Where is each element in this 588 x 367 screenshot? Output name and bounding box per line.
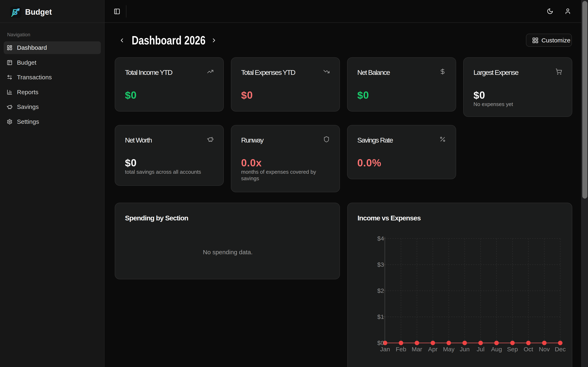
svg-text:Dec: Dec xyxy=(555,346,566,352)
svg-text:Sep: Sep xyxy=(507,346,518,352)
svg-text:$0: $0 xyxy=(377,340,384,346)
svg-text:Jan: Jan xyxy=(380,346,390,352)
svg-text:$1: $1 xyxy=(377,313,384,320)
svg-text:$4: $4 xyxy=(377,235,384,242)
svg-text:Jul: Jul xyxy=(477,346,484,352)
svg-text:Feb: Feb xyxy=(396,346,406,352)
svg-text:Jun: Jun xyxy=(460,346,470,352)
svg-text:$3: $3 xyxy=(377,261,384,268)
svg-text:May: May xyxy=(443,346,455,352)
svg-text:Apr: Apr xyxy=(428,346,438,352)
svg-text:Aug: Aug xyxy=(491,346,502,352)
svg-text:Nov: Nov xyxy=(539,346,550,352)
svg-text:Oct: Oct xyxy=(524,346,533,352)
svg-text:Mar: Mar xyxy=(412,346,422,352)
svg-text:$2: $2 xyxy=(377,287,384,294)
